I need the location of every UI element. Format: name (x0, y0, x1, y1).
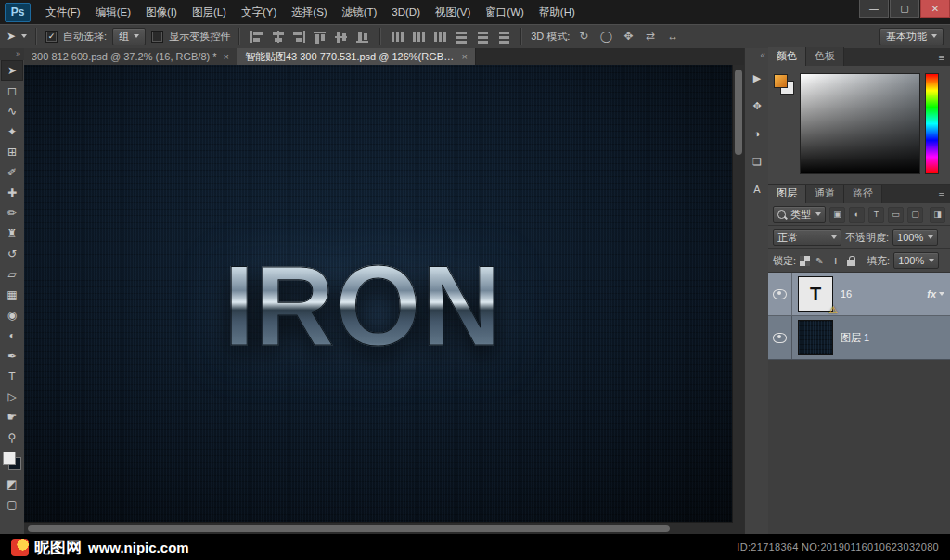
menu-select[interactable]: 选择(S) (284, 0, 334, 24)
3d-slide-icon[interactable]: ⇄ (642, 30, 659, 43)
layer-row-text[interactable]: T ⚠ 16 fx (768, 273, 950, 316)
filter-adjustment-layers-icon[interactable]: ◐ (849, 207, 865, 223)
tab-color[interactable]: 颜色 (768, 47, 806, 66)
actions-panel-button[interactable]: ▶ (747, 68, 767, 88)
move-tool-indicator-icon[interactable]: ➤ (6, 30, 16, 43)
path-selection-tool[interactable]: ▷ (1, 387, 23, 407)
lock-position-icon[interactable]: ✛ (829, 256, 841, 266)
type-tool[interactable]: T (1, 366, 23, 387)
eraser-tool[interactable]: ▱ (1, 264, 23, 285)
opacity-dropdown[interactable]: 100% (892, 229, 938, 246)
filter-type-dropdown[interactable]: 类型 (773, 206, 826, 223)
3d-rotate-icon[interactable]: ↻ (575, 30, 592, 43)
quick-mask-button[interactable]: ◩ (1, 474, 23, 494)
screen-mode-button[interactable]: ▢ (1, 494, 23, 515)
layer-name[interactable]: 图层 1 (841, 331, 869, 345)
layer-thumbnail[interactable]: T ⚠ (798, 276, 833, 312)
horizontal-scrollbar[interactable] (24, 522, 733, 534)
layer-name[interactable]: 16 (841, 288, 852, 299)
minimize-button[interactable]: — (859, 0, 889, 18)
dodge-tool[interactable]: ◐ (1, 325, 23, 346)
maximize-button[interactable]: ▢ (890, 0, 919, 18)
crop-tool[interactable]: ⊞ (1, 142, 23, 162)
lasso-tool[interactable]: ∿ (1, 101, 23, 121)
zoom-tool[interactable]: ⚲ (1, 427, 23, 448)
menu-3d[interactable]: 3D(D) (384, 0, 428, 24)
filter-smart-objects-icon[interactable]: ▢ (907, 207, 923, 223)
canvas[interactable]: IRON (24, 65, 744, 534)
layer-filtering-toggle-icon[interactable]: ◨ (930, 207, 945, 223)
menu-layer[interactable]: 图层(L) (185, 0, 234, 24)
color-panel-swatches[interactable] (774, 74, 794, 95)
tab-paths[interactable]: 路径 (844, 185, 882, 203)
layer-effects-badge[interactable]: fx (927, 288, 939, 299)
healing-brush-tool[interactable]: ✚ (1, 183, 23, 203)
character-panel-button[interactable]: A (747, 179, 767, 199)
fill-dropdown[interactable]: 100% (893, 252, 939, 269)
expand-panels-icon[interactable]: « (745, 48, 769, 64)
visibility-toggle[interactable] (768, 316, 792, 359)
lock-transparency-icon[interactable] (800, 256, 810, 266)
tab-swatches[interactable]: 色板 (806, 47, 844, 66)
filter-type-layers-icon[interactable]: T (868, 207, 884, 223)
vertical-scrollbar[interactable] (732, 65, 744, 523)
show-transform-checkbox[interactable] (151, 31, 163, 43)
align-vertical-centers-icon[interactable] (334, 30, 350, 44)
tab-layers[interactable]: 图层 (768, 185, 806, 203)
color-swatches[interactable] (2, 451, 22, 471)
styles-panel-button[interactable]: ❏ (747, 151, 767, 172)
eyedropper-tool[interactable]: ✐ (1, 162, 23, 183)
3d-scale-icon[interactable]: ↔ (664, 30, 681, 43)
tab-channels[interactable]: 通道 (806, 185, 844, 203)
distribute-top-edges-icon[interactable] (454, 30, 469, 44)
auto-select-checkbox[interactable]: ✓ (45, 31, 58, 43)
panel-menu-icon[interactable]: ≡ (939, 189, 950, 203)
navigator-panel-button[interactable]: ✥ (747, 95, 767, 116)
3d-roll-icon[interactable]: ◯ (597, 30, 614, 43)
distribute-horizontal-centers-icon[interactable] (411, 30, 427, 44)
menu-window[interactable]: 窗口(W) (478, 0, 532, 24)
layer-row-background[interactable]: 图层 1 (768, 316, 950, 360)
menu-filter[interactable]: 滤镜(T) (335, 0, 385, 24)
hand-tool[interactable]: ☛ (1, 407, 23, 427)
brush-tool[interactable]: ✏ (1, 203, 23, 223)
vertical-scrollbar-thumb[interactable] (735, 70, 742, 155)
close-tab-icon[interactable]: × (224, 51, 229, 62)
align-bottom-edges-icon[interactable] (355, 30, 371, 44)
distribute-left-edges-icon[interactable] (390, 30, 405, 44)
menu-edit[interactable]: 编辑(E) (88, 0, 138, 24)
quick-selection-tool[interactable]: ✦ (1, 121, 23, 142)
document-tab-1[interactable]: 300 812 609.psd @ 37.2% (16, RGB/8) * × (24, 48, 238, 65)
3d-drag-icon[interactable]: ✥ (620, 30, 636, 43)
layer-thumbnail[interactable] (798, 320, 833, 355)
marquee-tool[interactable]: ◻ (1, 81, 23, 101)
auto-select-dropdown[interactable]: 组 (112, 28, 146, 45)
align-horizontal-centers-icon[interactable] (270, 30, 286, 44)
distribute-right-edges-icon[interactable] (432, 30, 448, 44)
blur-tool[interactable]: ◉ (1, 305, 23, 325)
document-tab-2[interactable]: 智能贴图43 300 770.531.psd @ 126%(RGB/8) * × (238, 48, 476, 65)
workspace-switcher[interactable]: 基本功能 (879, 28, 944, 45)
lock-all-icon[interactable] (847, 260, 855, 266)
align-right-edges-icon[interactable] (291, 30, 307, 44)
menu-help[interactable]: 帮助(H) (532, 0, 583, 24)
filter-shape-layers-icon[interactable]: ▭ (888, 207, 904, 223)
history-brush-tool[interactable]: ↺ (1, 244, 23, 264)
lock-pixels-icon[interactable]: ✎ (814, 256, 826, 266)
foreground-color-swatch[interactable] (3, 452, 16, 465)
menu-view[interactable]: 视图(V) (428, 0, 478, 24)
clone-stamp-tool[interactable]: ♜ (1, 223, 23, 244)
toolbar-collapse-icon[interactable]: » (0, 48, 24, 60)
distribute-vertical-centers-icon[interactable] (475, 30, 491, 44)
close-tab-icon[interactable]: × (462, 51, 468, 62)
align-left-edges-icon[interactable] (249, 30, 264, 44)
foreground-color-swatch[interactable] (774, 74, 788, 88)
horizontal-scrollbar-thumb[interactable] (28, 525, 670, 532)
gradient-tool[interactable]: ▦ (1, 285, 23, 305)
filter-pixel-layers-icon[interactable]: ▣ (829, 207, 845, 223)
menu-file[interactable]: 文件(F) (38, 0, 88, 24)
visibility-toggle[interactable] (768, 273, 792, 315)
adjustments-panel-button[interactable]: ◑ (747, 123, 767, 144)
blend-mode-dropdown[interactable]: 正常 (773, 229, 841, 246)
distribute-bottom-edges-icon[interactable] (496, 30, 512, 44)
